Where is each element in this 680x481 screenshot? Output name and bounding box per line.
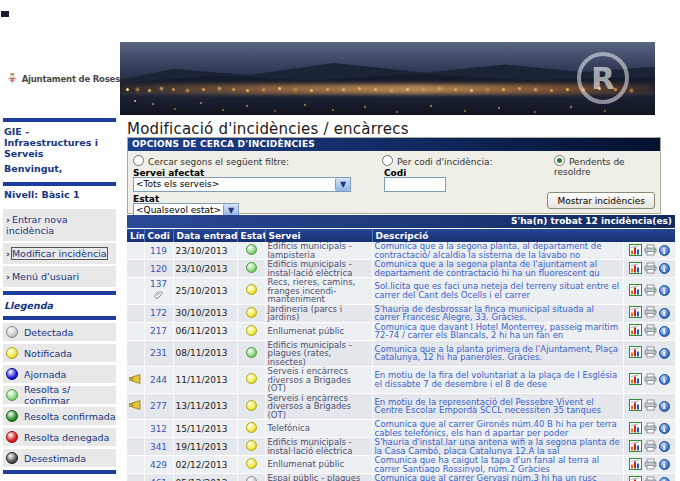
chart-icon[interactable]	[629, 284, 642, 298]
browser-artifact	[1, 11, 9, 17]
sidebar-item-entrar-nova-incid-ncia[interactable]: ›Entrar nova incidència	[3, 209, 116, 241]
codi-radio[interactable]	[382, 155, 393, 166]
pendents-radio[interactable]	[554, 155, 565, 166]
cell-estat	[237, 322, 265, 340]
registered-watermark-icon: R	[577, 52, 629, 104]
printer-icon[interactable]	[644, 476, 657, 481]
printer-icon[interactable]	[644, 458, 657, 472]
description-link[interactable]: Sol.licita que es faci una neteja del te…	[375, 281, 620, 300]
description-link[interactable]: En motiu de la fira del voluntariat a la…	[375, 370, 618, 389]
codi-link[interactable]: 231	[150, 348, 167, 358]
description-link[interactable]: Comunica que a la planta primera de l'Aj…	[375, 344, 619, 363]
cell-actions: i	[623, 456, 675, 474]
cell-servei: Serveis i encàrrecs diversos a Brigades …	[265, 367, 372, 394]
printer-icon[interactable]	[644, 440, 657, 454]
printer-icon[interactable]	[644, 324, 657, 338]
codi-link[interactable]: 312	[150, 424, 167, 434]
legend-item: Resolta confirmada	[3, 407, 116, 425]
chart-icon[interactable]	[629, 262, 642, 276]
servei-select[interactable]: <Tots els serveis> ▼	[133, 177, 351, 192]
incidents-table: Lím Codi Data entrada Estat Servei Descr…	[127, 229, 676, 481]
cell-lim	[127, 474, 144, 481]
printer-icon[interactable]	[644, 346, 657, 360]
description-link[interactable]: Comunica que ha caigut la tapa d'un fana…	[375, 456, 600, 474]
codi-link[interactable]: 244	[150, 375, 167, 385]
codi-link[interactable]: 461	[150, 478, 167, 481]
chevron-down-icon[interactable]: ▼	[335, 178, 350, 191]
chart-icon[interactable]	[629, 458, 642, 472]
incident-row: 42902/12/2013Enllumenat públicComunica q…	[127, 456, 675, 474]
printer-icon[interactable]	[644, 306, 657, 320]
legend-title: Llegenda	[4, 300, 116, 311]
info-icon[interactable]: i	[659, 326, 670, 337]
cell-actions: i	[623, 474, 675, 481]
arrow-icon: ›	[6, 214, 10, 225]
codi-input[interactable]	[384, 177, 446, 192]
description-link[interactable]: S'hauria de desbrossar la finca municipa…	[375, 304, 594, 322]
divider-bar	[3, 182, 116, 186]
printer-icon[interactable]	[644, 373, 657, 387]
chart-icon[interactable]	[629, 373, 642, 387]
town-lights	[134, 100, 136, 102]
codi-link[interactable]: 217	[150, 326, 167, 336]
description-link[interactable]: Comunica que a la segona planta, al depa…	[375, 242, 602, 260]
cell-lim	[127, 322, 144, 340]
description-link[interactable]: En motiu de la representació del Pessebr…	[375, 397, 601, 416]
col-header-estat: Estat	[237, 229, 265, 242]
chart-icon[interactable]	[629, 306, 642, 320]
description-link[interactable]: Comunica que al carrer Gervasi núm.3 hi …	[375, 474, 597, 481]
chart-icon[interactable]	[629, 244, 642, 258]
incident-row: 11923/10/2013Edificis municipals - lampi…	[127, 242, 675, 260]
chart-icon[interactable]	[629, 422, 642, 436]
codi-link[interactable]: 429	[150, 460, 167, 470]
codi-link[interactable]: 172	[150, 308, 167, 318]
description-link[interactable]: Comunica que al carrer Gironés núm.40 B …	[375, 420, 617, 438]
col-header-data: Data entrada	[173, 229, 237, 242]
cell-servei: Edificis municipals - plagues (rates, in…	[265, 340, 372, 367]
chart-icon[interactable]	[629, 324, 642, 338]
info-icon[interactable]: i	[659, 423, 670, 434]
info-icon[interactable]: i	[659, 374, 670, 385]
cell-servei: Telefónica	[265, 420, 372, 438]
info-icon[interactable]: i	[659, 477, 670, 481]
info-icon[interactable]: i	[659, 245, 670, 256]
filter-radio[interactable]	[133, 155, 144, 166]
info-icon[interactable]: i	[659, 401, 670, 412]
cell-estat	[237, 242, 265, 260]
cell-data-entrada: 13/11/2013	[173, 393, 237, 420]
codi-link[interactable]: 120	[150, 264, 167, 274]
codi-link[interactable]: 277	[150, 401, 167, 411]
info-icon[interactable]: i	[659, 285, 670, 296]
codi-link[interactable]: 119	[150, 246, 167, 256]
cell-descripcio: S'hauria de desbrossar la finca municipa…	[372, 304, 623, 322]
description-link[interactable]: Comunica que davant l Hotel Monterrey, p…	[375, 322, 619, 340]
info-icon[interactable]: i	[659, 263, 670, 274]
divider-bar	[3, 316, 116, 320]
info-icon[interactable]: i	[659, 459, 670, 470]
cell-descripcio: En motiu de la fira del voluntariat a la…	[372, 367, 623, 394]
printer-icon[interactable]	[644, 244, 657, 258]
cell-data-entrada: 11/11/2013	[173, 367, 237, 394]
printer-icon[interactable]	[644, 284, 657, 298]
chart-icon[interactable]	[629, 476, 642, 481]
chart-icon[interactable]	[629, 399, 642, 413]
search-panel-header: OPCIONS DE CERCA D'INCIDÈNCIES	[128, 138, 660, 151]
printer-icon[interactable]	[644, 262, 657, 276]
incident-row: 31215/11/2013TelefónicaComunica que al c…	[127, 420, 675, 438]
chart-icon[interactable]	[629, 440, 642, 454]
description-link[interactable]: Comunica que a la segona planta de l'aju…	[375, 260, 600, 278]
cell-codi: 341	[144, 438, 173, 456]
printer-icon[interactable]	[644, 399, 657, 413]
sidebar-item-modificar-incid-ncia[interactable]: ›Modificar incidència	[3, 243, 116, 264]
codi-link[interactable]: 341	[150, 442, 167, 452]
col-header-servei: Servei	[265, 229, 372, 242]
sidebar-item-men-d-usuari[interactable]: ›Menú d'usuari	[3, 266, 116, 287]
printer-icon[interactable]	[644, 422, 657, 436]
description-link[interactable]: S'hauria d'instal.lar una antena wifi a …	[375, 438, 620, 456]
info-icon[interactable]: i	[659, 441, 670, 452]
chart-icon[interactable]	[629, 346, 642, 360]
codi-link[interactable]: 137	[150, 279, 167, 289]
mostrar-incidencies-button[interactable]: Mostrar incidències	[547, 192, 655, 209]
info-icon[interactable]: i	[659, 348, 670, 359]
info-icon[interactable]: i	[659, 308, 670, 319]
